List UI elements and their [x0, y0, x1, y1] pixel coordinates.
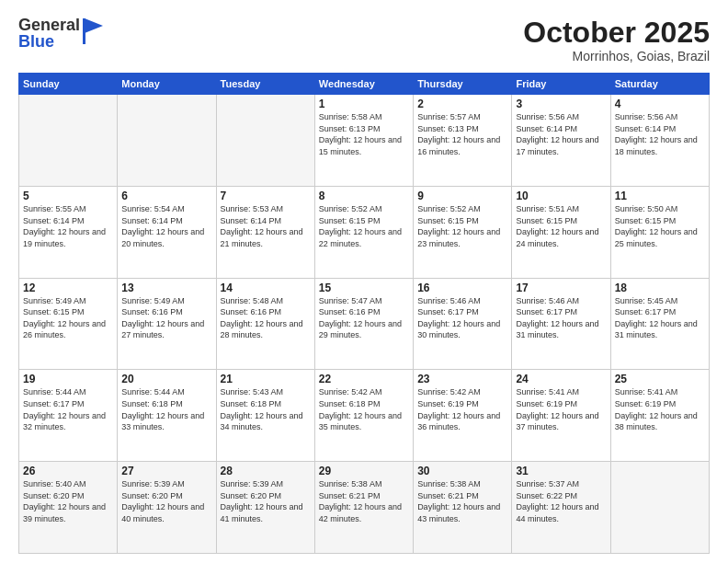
table-row: 25Sunrise: 5:41 AM Sunset: 6:19 PM Dayli… [610, 370, 709, 462]
table-row [216, 95, 314, 187]
day-number: 7 [221, 190, 311, 202]
calendar-week-row: 12Sunrise: 5:49 AM Sunset: 6:15 PM Dayli… [19, 278, 710, 370]
day-number: 17 [516, 282, 606, 294]
table-row: 6Sunrise: 5:54 AM Sunset: 6:14 PM Daylig… [118, 186, 216, 278]
table-row: 23Sunrise: 5:42 AM Sunset: 6:19 PM Dayli… [414, 370, 512, 462]
svg-rect-1 [83, 18, 85, 44]
table-row: 8Sunrise: 5:52 AM Sunset: 6:15 PM Daylig… [314, 186, 413, 278]
weekday-header-row: Sunday Monday Tuesday Wednesday Thursday… [19, 74, 710, 95]
title-block: October 2025 Morrinhos, Goias, Brazil [523, 17, 710, 63]
calendar-week-row: 1Sunrise: 5:58 AM Sunset: 6:13 PM Daylig… [19, 95, 710, 187]
day-info: Sunrise: 5:44 AM Sunset: 6:17 PM Dayligh… [23, 386, 113, 432]
day-info: Sunrise: 5:41 AM Sunset: 6:19 PM Dayligh… [615, 386, 705, 432]
day-number: 19 [23, 373, 113, 385]
day-info: Sunrise: 5:52 AM Sunset: 6:15 PM Dayligh… [319, 203, 409, 249]
header-sunday: Sunday [19, 74, 118, 95]
day-info: Sunrise: 5:37 AM Sunset: 6:22 PM Dayligh… [516, 478, 606, 524]
table-row: 28Sunrise: 5:39 AM Sunset: 6:20 PM Dayli… [216, 462, 314, 554]
day-info: Sunrise: 5:46 AM Sunset: 6:17 PM Dayligh… [417, 295, 507, 341]
day-info: Sunrise: 5:57 AM Sunset: 6:13 PM Dayligh… [417, 111, 507, 157]
day-number: 3 [516, 98, 606, 110]
day-info: Sunrise: 5:41 AM Sunset: 6:19 PM Dayligh… [516, 386, 606, 432]
table-row: 21Sunrise: 5:43 AM Sunset: 6:18 PM Dayli… [216, 370, 314, 462]
day-number: 5 [23, 190, 113, 202]
day-number: 24 [516, 373, 606, 385]
day-number: 22 [319, 373, 409, 385]
table-row: 3Sunrise: 5:56 AM Sunset: 6:14 PM Daylig… [512, 95, 610, 187]
day-info: Sunrise: 5:51 AM Sunset: 6:15 PM Dayligh… [516, 203, 606, 249]
day-info: Sunrise: 5:45 AM Sunset: 6:17 PM Dayligh… [615, 295, 705, 341]
table-row: 29Sunrise: 5:38 AM Sunset: 6:21 PM Dayli… [314, 462, 413, 554]
table-row: 22Sunrise: 5:42 AM Sunset: 6:18 PM Dayli… [314, 370, 413, 462]
table-row: 27Sunrise: 5:39 AM Sunset: 6:20 PM Dayli… [118, 462, 216, 554]
table-row: 13Sunrise: 5:49 AM Sunset: 6:16 PM Dayli… [118, 278, 216, 370]
header-saturday: Saturday [610, 74, 709, 95]
day-info: Sunrise: 5:53 AM Sunset: 6:14 PM Dayligh… [221, 203, 311, 249]
day-number: 6 [121, 190, 211, 202]
table-row [610, 462, 709, 554]
logo-blue: Blue [18, 33, 80, 50]
day-number: 20 [121, 373, 211, 385]
header: General Blue October 2025 Morrinhos, Goi… [18, 17, 710, 63]
day-info: Sunrise: 5:52 AM Sunset: 6:15 PM Dayligh… [417, 203, 507, 249]
day-number: 26 [23, 465, 113, 477]
table-row: 19Sunrise: 5:44 AM Sunset: 6:17 PM Dayli… [19, 370, 118, 462]
day-info: Sunrise: 5:38 AM Sunset: 6:21 PM Dayligh… [319, 478, 409, 524]
day-info: Sunrise: 5:49 AM Sunset: 6:15 PM Dayligh… [23, 295, 113, 341]
day-number: 8 [319, 190, 409, 202]
table-row: 20Sunrise: 5:44 AM Sunset: 6:18 PM Dayli… [118, 370, 216, 462]
day-number: 25 [615, 373, 705, 385]
day-number: 16 [417, 282, 507, 294]
header-friday: Friday [512, 74, 610, 95]
table-row: 15Sunrise: 5:47 AM Sunset: 6:16 PM Dayli… [314, 278, 413, 370]
day-info: Sunrise: 5:49 AM Sunset: 6:16 PM Dayligh… [121, 295, 211, 341]
day-number: 11 [615, 190, 705, 202]
day-info: Sunrise: 5:58 AM Sunset: 6:13 PM Dayligh… [319, 111, 409, 157]
day-info: Sunrise: 5:56 AM Sunset: 6:14 PM Dayligh… [615, 111, 705, 157]
day-info: Sunrise: 5:48 AM Sunset: 6:16 PM Dayligh… [221, 295, 311, 341]
header-monday: Monday [118, 74, 216, 95]
logo: General Blue [18, 17, 103, 50]
day-number: 14 [221, 282, 311, 294]
day-info: Sunrise: 5:55 AM Sunset: 6:14 PM Dayligh… [23, 203, 113, 249]
calendar-week-row: 26Sunrise: 5:40 AM Sunset: 6:20 PM Dayli… [19, 462, 710, 554]
day-info: Sunrise: 5:39 AM Sunset: 6:20 PM Dayligh… [221, 478, 311, 524]
day-number: 9 [417, 190, 507, 202]
day-number: 30 [417, 465, 507, 477]
table-row: 2Sunrise: 5:57 AM Sunset: 6:13 PM Daylig… [414, 95, 512, 187]
table-row: 10Sunrise: 5:51 AM Sunset: 6:15 PM Dayli… [512, 186, 610, 278]
day-number: 28 [221, 465, 311, 477]
day-number: 4 [615, 98, 705, 110]
table-row: 5Sunrise: 5:55 AM Sunset: 6:14 PM Daylig… [19, 186, 118, 278]
day-info: Sunrise: 5:47 AM Sunset: 6:16 PM Dayligh… [319, 295, 409, 341]
calendar-title: October 2025 [523, 17, 710, 49]
day-number: 2 [417, 98, 507, 110]
table-row: 17Sunrise: 5:46 AM Sunset: 6:17 PM Dayli… [512, 278, 610, 370]
table-row: 1Sunrise: 5:58 AM Sunset: 6:13 PM Daylig… [314, 95, 413, 187]
table-row: 31Sunrise: 5:37 AM Sunset: 6:22 PM Dayli… [512, 462, 610, 554]
calendar-subtitle: Morrinhos, Goias, Brazil [523, 49, 710, 63]
logo-icon [83, 18, 103, 44]
day-info: Sunrise: 5:44 AM Sunset: 6:18 PM Dayligh… [121, 386, 211, 432]
table-row: 26Sunrise: 5:40 AM Sunset: 6:20 PM Dayli… [19, 462, 118, 554]
calendar-week-row: 19Sunrise: 5:44 AM Sunset: 6:17 PM Dayli… [19, 370, 710, 462]
table-row: 30Sunrise: 5:38 AM Sunset: 6:21 PM Dayli… [414, 462, 512, 554]
day-info: Sunrise: 5:40 AM Sunset: 6:20 PM Dayligh… [23, 478, 113, 524]
day-number: 29 [319, 465, 409, 477]
day-number: 10 [516, 190, 606, 202]
table-row: 7Sunrise: 5:53 AM Sunset: 6:14 PM Daylig… [216, 186, 314, 278]
day-number: 31 [516, 465, 606, 477]
table-row: 18Sunrise: 5:45 AM Sunset: 6:17 PM Dayli… [610, 278, 709, 370]
day-info: Sunrise: 5:42 AM Sunset: 6:18 PM Dayligh… [319, 386, 409, 432]
header-tuesday: Tuesday [216, 74, 314, 95]
table-row: 11Sunrise: 5:50 AM Sunset: 6:15 PM Dayli… [610, 186, 709, 278]
day-number: 13 [121, 282, 211, 294]
calendar-table: Sunday Monday Tuesday Wednesday Thursday… [18, 73, 710, 554]
logo-general: General [18, 17, 80, 33]
page: General Blue October 2025 Morrinhos, Goi… [0, 0, 728, 563]
day-number: 27 [121, 465, 211, 477]
header-wednesday: Wednesday [314, 74, 413, 95]
table-row [19, 95, 118, 187]
day-info: Sunrise: 5:42 AM Sunset: 6:19 PM Dayligh… [417, 386, 507, 432]
day-info: Sunrise: 5:38 AM Sunset: 6:21 PM Dayligh… [417, 478, 507, 524]
